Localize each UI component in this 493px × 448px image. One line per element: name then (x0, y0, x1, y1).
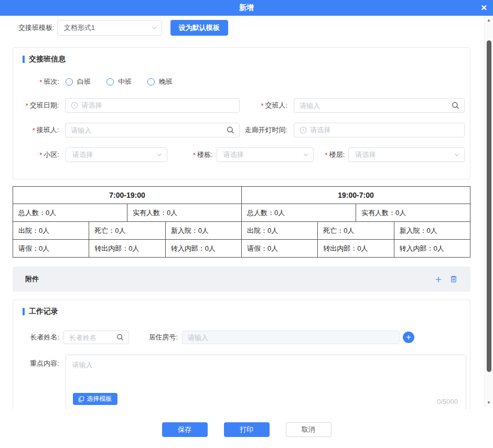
chevron-down-icon (151, 25, 157, 31)
cell-transfer-out-day: 转出内部：0人 (89, 240, 165, 258)
cell-admitted-day: 新入院：0人 (165, 222, 241, 240)
community-select[interactable]: 请选择 (66, 147, 167, 162)
key-content-textarea[interactable] (66, 355, 466, 386)
header-night-range: 19:00-7:00 (241, 187, 470, 204)
cell-total-day: 总人数：0人 (13, 204, 127, 222)
cell-transfer-out-night: 转出内部：0人 (318, 240, 394, 258)
attachments-bar: 附件 + (13, 266, 470, 292)
scroll-up-icon[interactable]: ▲ (485, 16, 493, 24)
handover-person-input[interactable] (294, 99, 464, 112)
floor-label: 楼层: (329, 150, 345, 159)
receiver-field (65, 123, 240, 137)
building-label: 楼栋: (197, 150, 213, 159)
floor-placeholder: 请选择 (355, 150, 376, 159)
search-icon[interactable] (227, 126, 234, 134)
save-button[interactable]: 保存 (162, 422, 208, 437)
copy-icon (78, 396, 84, 402)
char-counter: 0/5000 (437, 398, 458, 406)
vertical-scrollbar[interactable]: ▲ ▼ (484, 16, 493, 407)
cell-admitted-night: 新入院：0人 (394, 222, 470, 240)
search-icon[interactable] (452, 102, 459, 110)
handover-info-card: 交接班信息 *班次: 白班 中班 晚班 *交班日期: (13, 47, 470, 179)
handover-person-label: 交班人: (265, 101, 288, 110)
community-placeholder: 请选择 (72, 150, 93, 159)
floor-select[interactable]: 请选择 (348, 147, 465, 162)
corridor-light-label: 走廊开灯时间: (245, 125, 288, 135)
search-icon[interactable] (116, 334, 124, 341)
cell-transfer-in-night: 转入内部：0人 (394, 240, 470, 258)
key-content-label: 重点内容: (30, 359, 59, 368)
receiver-input[interactable] (66, 123, 239, 137)
choose-template-button[interactable]: 选择模板 (73, 393, 117, 405)
elder-name-label: 长者姓名: (30, 333, 59, 342)
handover-date-placeholder: 请选择 (81, 101, 102, 110)
radio-middle-shift[interactable]: 中班 (106, 77, 132, 87)
cell-actual-day: 实有人数：0人 (127, 204, 241, 222)
cell-discharged-night: 出院：0人 (241, 222, 317, 240)
trash-icon[interactable] (449, 275, 458, 283)
table-header-row: 7:00-19:00 19:00-7:00 (13, 187, 470, 204)
key-content-field: 选择模板 0/5000 (66, 355, 467, 409)
chevron-down-icon (303, 152, 309, 158)
building-placeholder: 请选择 (223, 150, 244, 159)
handover-section-title: 交接班信息 (23, 55, 465, 63)
chevron-down-icon (156, 152, 163, 158)
elder-name-field (63, 330, 129, 344)
cancel-button[interactable]: 取消 (286, 422, 331, 437)
print-button[interactable]: 打印 (224, 422, 270, 437)
cell-total-night: 总人数：0人 (241, 204, 356, 222)
modal-body: 交接班模板: 文档形式1 设为默认模板 交接班信息 *班次: 白班 中班 (0, 16, 493, 409)
cell-transfer-in-day: 转入内部：0人 (165, 240, 241, 258)
scroll-down-icon[interactable]: ▼ (485, 398, 493, 407)
handover-date-label: 交班日期: (30, 101, 59, 110)
attachments-title: 附件 (25, 274, 39, 284)
handover-person-field (294, 98, 465, 113)
building-select[interactable]: 请选择 (217, 147, 314, 162)
template-selected-value: 文档形式1 (64, 23, 95, 33)
table-row: 请假：0人 转出内部：0人 转入内部：0人 请假：0人 转出内部：0人 转入内部… (13, 240, 470, 258)
corridor-light-placeholder: 请选择 (310, 125, 330, 135)
room-number-field (182, 330, 400, 344)
radio-icon (147, 78, 155, 86)
template-select[interactable]: 文档形式1 (57, 20, 162, 36)
modal-footer: 保存 打印 取消 (0, 409, 493, 437)
cell-leave-day: 请假：0人 (13, 240, 89, 258)
shift-stats-table: 7:00-19:00 19:00-7:00 总人数：0人 实有人数：0人 总人数… (13, 186, 470, 258)
radio-icon (106, 78, 114, 86)
required-mark: * (39, 78, 42, 86)
shift-row: *班次: 白班 中班 晚班 (23, 77, 465, 87)
cell-death-day: 死亡：0人 (89, 222, 165, 240)
modal-title: 新增 (239, 3, 254, 13)
template-label: 交接班模板: (18, 23, 55, 33)
room-number-input[interactable] (183, 331, 399, 344)
cell-death-night: 死亡：0人 (318, 222, 394, 240)
community-label: 小区: (44, 150, 59, 159)
shift-label: 班次: (44, 77, 59, 87)
chevron-down-icon (454, 152, 460, 158)
set-default-template-button[interactable]: 设为默认模板 (170, 20, 228, 36)
section-bar (23, 308, 25, 315)
room-number-label: 居住房号: (148, 333, 178, 342)
radio-icon (66, 78, 73, 86)
cell-discharged-day: 出院：0人 (13, 222, 89, 240)
section-bar (23, 56, 25, 63)
add-attachment-icon[interactable]: + (435, 274, 442, 285)
template-bar: 交接班模板: 文档形式1 设为默认模板 (18, 20, 484, 36)
clock-icon (299, 126, 307, 134)
modal-header: 新增 ✕ (0, 0, 493, 16)
header-day-range: 7:00-19:00 (13, 187, 242, 204)
handover-date-picker[interactable]: 请选择 (65, 98, 240, 113)
scrollbar-thumb[interactable] (487, 40, 491, 372)
receiver-label: 接班人: (37, 125, 59, 135)
work-record-section-title: 工作记录 (23, 307, 466, 316)
corridor-light-time-picker[interactable]: 请选择 (294, 123, 465, 137)
radio-day-shift[interactable]: 白班 (66, 77, 91, 87)
work-record-card: 工作记录 长者姓名: 居住房号: + 重点内容: (13, 300, 470, 409)
table-row: 出院：0人 死亡：0人 新入院：0人 出院：0人 死亡：0人 新入院：0人 (13, 222, 470, 240)
cell-actual-night: 实有人数：0人 (356, 204, 470, 222)
close-icon[interactable]: ✕ (480, 0, 487, 16)
add-work-record-button[interactable]: + (403, 332, 414, 343)
radio-night-shift[interactable]: 晚班 (147, 77, 173, 87)
clock-icon (71, 102, 78, 109)
table-row: 总人数：0人 实有人数：0人 总人数：0人 实有人数：0人 (13, 204, 470, 222)
